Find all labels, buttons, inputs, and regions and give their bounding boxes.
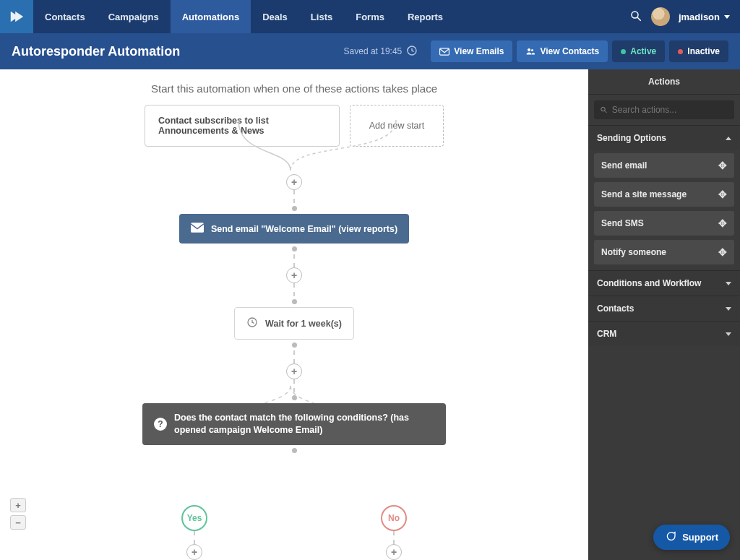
chevron-down-icon (726, 332, 731, 336)
automation-canvas[interactable]: Start this automation when one of these … (0, 69, 588, 560)
add-start-button[interactable]: Add new start (350, 105, 444, 147)
start-trigger-box[interactable]: Contact subscribes to list Announcements… (145, 105, 340, 147)
support-button[interactable]: Support (653, 525, 730, 550)
add-step-button[interactable]: + (286, 363, 302, 379)
svg-line-1 (637, 17, 641, 21)
main: Start this automation when one of these … (0, 69, 740, 560)
brand-logo[interactable] (0, 0, 33, 33)
search-icon (600, 105, 608, 114)
action-send-email[interactable]: Send email ✥ (594, 153, 734, 178)
section-conditions-workflow[interactable]: Conditions and Workflow (588, 270, 740, 296)
no-branch[interactable]: No (381, 505, 407, 531)
condition-block[interactable]: ? Does the contact match the following c… (142, 403, 446, 445)
user-menu[interactable]: jmadison (679, 12, 730, 22)
question-icon: ? (154, 418, 167, 431)
view-contacts-button[interactable]: View Contacts (517, 40, 608, 62)
sidebar-title: Actions (588, 69, 740, 95)
drag-icon: ✥ (718, 246, 727, 258)
action-send-sms[interactable]: Send SMS ✥ (594, 211, 734, 236)
yes-branch[interactable]: Yes (181, 505, 207, 531)
nav-forms[interactable]: Forms (344, 0, 396, 33)
chevron-down-icon (726, 307, 731, 311)
nav-deals[interactable]: Deals (251, 0, 299, 33)
action-notify-someone[interactable]: Notify someone ✥ (594, 240, 734, 264)
nav-contacts[interactable]: Contacts (33, 0, 97, 33)
page-title: Autoresponder Automation (12, 44, 180, 59)
svg-point-4 (528, 48, 530, 51)
mail-icon (191, 223, 204, 235)
zoom-in-button[interactable]: + (10, 498, 26, 512)
chevron-down-icon (726, 282, 731, 285)
chat-icon (665, 530, 676, 544)
zoom-out-button[interactable]: − (10, 515, 26, 530)
svg-rect-3 (440, 48, 449, 54)
drag-icon: ✥ (718, 160, 727, 171)
search-actions-field[interactable] (612, 105, 728, 115)
add-step-button[interactable]: + (386, 544, 402, 560)
history-icon[interactable] (406, 45, 418, 59)
svg-point-10 (601, 107, 605, 111)
nav-campaigns[interactable]: Campaigns (97, 0, 171, 33)
inactive-status-button[interactable]: Inactive (669, 40, 728, 62)
chevron-up-icon (726, 137, 731, 140)
svg-rect-6 (191, 223, 204, 233)
saved-indicator: Saved at 19:45 (344, 45, 418, 59)
svg-line-11 (605, 111, 607, 113)
actions-sidebar: Actions Sending Options Send email ✥ Sen… (588, 69, 740, 560)
wait-block[interactable]: Wait for 1 week(s) (234, 307, 354, 340)
connector-dot (292, 206, 297, 211)
nav-lists[interactable]: Lists (299, 0, 344, 33)
drag-icon: ✥ (718, 189, 727, 200)
username-label: jmadison (679, 12, 720, 22)
add-step-button[interactable]: + (286, 174, 302, 190)
nav-automations[interactable]: Automations (171, 0, 251, 33)
status-dot-inactive (678, 49, 683, 54)
svg-point-0 (632, 12, 638, 18)
add-step-button[interactable]: + (286, 267, 302, 283)
active-status-button[interactable]: Active (612, 40, 665, 62)
zoom-controls: + − (10, 498, 26, 530)
clock-icon (246, 316, 258, 330)
send-welcome-block[interactable]: Send email "Welcome Email" (view reports… (179, 214, 409, 244)
search-icon[interactable] (629, 9, 642, 25)
status-dot-active (621, 49, 626, 54)
section-sending-options[interactable]: Sending Options (588, 125, 740, 150)
search-actions-input[interactable] (594, 100, 734, 119)
chevron-down-icon (724, 15, 730, 19)
nav-items: Contacts Campaigns Automations Deals Lis… (33, 0, 455, 33)
section-contacts[interactable]: Contacts (588, 296, 740, 321)
add-step-button[interactable]: + (186, 544, 202, 560)
top-nav: Contacts Campaigns Automations Deals Lis… (0, 0, 740, 33)
drag-icon: ✥ (718, 217, 727, 229)
sub-header: Autoresponder Automation Saved at 19:45 … (0, 33, 740, 69)
view-emails-button[interactable]: View Emails (431, 40, 512, 62)
avatar[interactable] (651, 7, 670, 26)
start-prompt: Start this automation when one of these … (0, 69, 588, 95)
nav-reports[interactable]: Reports (396, 0, 455, 33)
section-crm[interactable]: CRM (588, 321, 740, 346)
action-send-site-message[interactable]: Send a site message ✥ (594, 182, 734, 207)
svg-point-5 (531, 49, 533, 51)
sending-options-list: Send email ✥ Send a site message ✥ Send … (588, 150, 740, 270)
